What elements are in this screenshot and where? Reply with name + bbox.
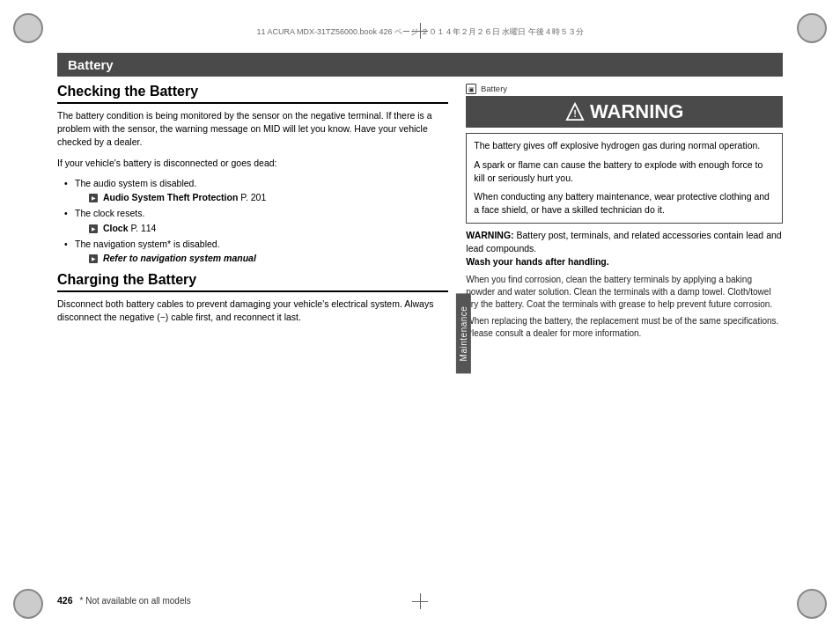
- handwash-note: Wash your hands after handling.: [466, 256, 608, 267]
- footnote: * Not available on all models: [80, 596, 191, 606]
- checking-body: The battery condition is being monitored…: [57, 109, 448, 150]
- arrow-icon: [89, 194, 98, 202]
- page-footer: 426 * Not available on all models: [57, 595, 783, 606]
- two-column-layout: Checking the Battery The battery conditi…: [57, 84, 783, 584]
- warning-title: ! WARNING: [473, 100, 776, 123]
- warning-para-3: When conducting any battery maintenance,…: [474, 190, 775, 217]
- checking-title: Checking the Battery: [57, 84, 448, 104]
- circle-decoration-br: [797, 589, 827, 619]
- battery-icon: ▣: [466, 84, 476, 94]
- circle-decoration-tl: [13, 13, 43, 43]
- corrosion-para-1: When you find corrosion, clean the batte…: [466, 274, 783, 311]
- warning-para-2: A spark or flame can cause the battery t…: [474, 158, 775, 185]
- charging-body: Disconnect both battery cables to preven…: [57, 298, 448, 324]
- warning-body-box: The battery gives off explosive hydrogen…: [466, 133, 783, 223]
- sub-item-audio: Audio System Theft Protection P. 201: [89, 191, 448, 204]
- warning-note: WARNING: Battery post, terminals, and re…: [466, 229, 783, 269]
- page-title: Battery: [57, 53, 783, 77]
- circle-decoration-tr: [797, 13, 827, 43]
- corrosion-para-2: When replacing the battery, the replacem…: [466, 315, 783, 340]
- list-item: The navigation system* is disabled. Refe…: [64, 238, 448, 265]
- arrow-icon: [89, 254, 98, 263]
- list-item: The audio system is disabled. Audio Syst…: [64, 177, 448, 204]
- svg-text:!: !: [573, 109, 577, 120]
- side-tab-maintenance: Maintenance: [456, 294, 471, 374]
- sub-item-clock: Clock P. 114: [89, 222, 448, 235]
- page-number: 426: [57, 595, 73, 606]
- content-area: Battery Checking the Battery The battery…: [57, 53, 783, 584]
- list-item: The clock resets. Clock P. 114: [64, 207, 448, 234]
- left-column: Checking the Battery The battery conditi…: [57, 84, 448, 584]
- warning-para-1: The battery gives off explosive hydrogen…: [474, 139, 775, 152]
- disconnect-intro: If your vehicle's battery is disconnecte…: [57, 157, 448, 170]
- circle-decoration-bl: [13, 589, 43, 619]
- charging-title: Charging the Battery: [57, 272, 448, 292]
- sub-item-nav: Refer to navigation system manual: [89, 252, 448, 265]
- warning-triangle-icon: !: [565, 102, 585, 121]
- bullet-list: The audio system is disabled. Audio Syst…: [64, 177, 448, 265]
- page-metadata: 11 ACURA MDX-31TZ56000.book 426 ページ ２０１４…: [62, 26, 778, 38]
- right-column: Maintenance ▣ Battery ! WARNING: [466, 84, 783, 584]
- arrow-icon: [89, 224, 98, 233]
- battery-section-label: ▣ Battery: [466, 84, 783, 94]
- warning-header-box: ! WARNING: [466, 96, 783, 128]
